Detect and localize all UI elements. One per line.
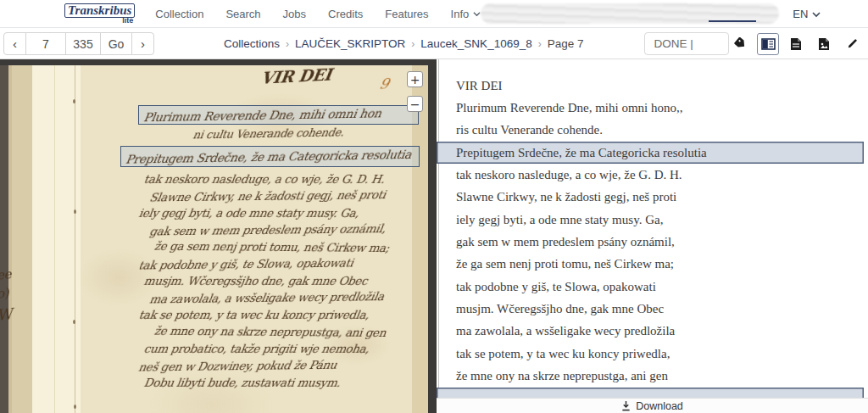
transcription-line-text: že mne ony na skrze neprepustga, ani gen [456, 369, 668, 383]
next-page-button[interactable]: › [131, 32, 154, 55]
breadcrumb-collections[interactable]: Collections [224, 37, 280, 50]
edit-pencil-icon[interactable] [841, 33, 863, 55]
text-doc-icon[interactable] [785, 33, 807, 55]
ink-dot [74, 405, 76, 409]
breadcrumb-separator: › [538, 38, 542, 50]
manuscript-highlight-line-1[interactable]: Plurimum Reverende Dne, mihi omni hon [138, 105, 419, 125]
transcription-line[interactable]: tak neskoro nasleduge, a co wje, že G. D… [437, 164, 868, 186]
page-fold-line [54, 65, 55, 413]
prev-page-button[interactable]: ‹ [3, 32, 26, 55]
transcription-line[interactable]: že ga sem nenj proti tomu, neš Cirkew ma… [437, 254, 868, 276]
image-file-icon[interactable] [813, 33, 835, 55]
manuscript-line: iely gegj byti, a ode mne staty musy. Ga… [137, 204, 390, 221]
transcription-line[interactable]: VIR DEI [437, 75, 868, 97]
breadcrumb-collection-name[interactable]: LAUČEK_SKRIPTOR [295, 37, 405, 50]
transcription-line[interactable] [437, 388, 864, 398]
go-button[interactable]: Go [100, 32, 132, 55]
nav-item-info[interactable]: Info [451, 8, 481, 20]
chevron-down-icon [812, 10, 820, 18]
page-navigation: ‹ 335 Go › [3, 32, 154, 55]
transcription-line-text: Prepitugem Srdečne, že ma Categoricka re… [456, 146, 707, 160]
transcription-line[interactable]: tak podobne y giš, te Slowa, opakowati [437, 276, 868, 298]
transcription-line-text: musjm. Wčeregsšjho dne, gak mne Obec [456, 302, 664, 316]
transcription-line-text: tak se potem, y ta wec ku koncy priwedla… [456, 347, 670, 361]
margin-ink-mark: W [0, 304, 13, 324]
download-label: Download [636, 400, 683, 412]
manuscript-line: tak se potem, y ta wec ku koncy priwedla… [137, 306, 390, 323]
transcription-line-text: ris cultu Venerande cohende. [456, 123, 603, 137]
transcription-line[interactable]: iely gegj byti, a ode mne staty musy. Ga… [437, 209, 868, 231]
transcription-line[interactable]: tak se potem, y ta wec ku koncy priwedla… [437, 343, 868, 365]
manuscript-line: musjm. Wčeregsšjho dne, gak mne Obec [142, 272, 390, 289]
language-label: EN [793, 8, 808, 20]
redacted-underline [709, 20, 756, 22]
transcription-line[interactable]: Slawne Cirkwy, ne k žadosti gegj, neš pr… [437, 187, 868, 209]
manuscript-line: Slawne Cirkwy, ne k žadosti gegj, neš pr… [148, 186, 391, 205]
transcription-line-text: iely gegj byti, a ode mne staty musy. Ga… [456, 213, 663, 227]
download-button[interactable]: Download [437, 398, 868, 413]
manuscript-line: Dobu libyti bude, zustawati musym. [142, 374, 390, 391]
zoom-in-button[interactable]: + [407, 71, 423, 87]
breadcrumb-document-name[interactable]: Laucek_SNK_1069_8 [420, 37, 531, 50]
transcription-line[interactable]: gak sem w mem predeslem psány oznámil, [437, 231, 868, 253]
transcription-line-text: gak sem w mem predeslem psány oznámil, [456, 235, 675, 249]
toolbar-icons [729, 33, 863, 55]
transcription-panel: VIR DEI Plurimum Reverende Dne, mihi omn… [437, 59, 868, 413]
nav-item-features[interactable]: Features [385, 8, 428, 20]
top-navbar: Transkribus lite Collection Search Jobs … [0, 0, 868, 28]
page-status-select[interactable]: DONE | [644, 32, 729, 55]
breadcrumb-current-page: Page 7 [548, 37, 584, 50]
language-selector[interactable]: EN [793, 8, 820, 20]
transcription-line[interactable]: ma zawolala, a wsšeligake wecy predložil… [437, 321, 868, 343]
manuscript-line: tak neskoro nasleduge, a co wje, že G. D… [142, 170, 390, 187]
transcription-line-text: že ga sem nenj proti tomu, neš Cirkew ma… [456, 257, 674, 271]
manuscript-highlight-line-2[interactable]: Prepitugem Srdečne, že ma Categoricka re… [120, 146, 420, 167]
info-label: Info [451, 8, 470, 20]
manuscript-line: cum probatico, takže prigiti wje nemoha, [142, 340, 390, 357]
transcription-line-text: Plurimum Reverende Dne, mihi omni hono,, [456, 101, 682, 115]
transcription-line[interactable]: ris cultu Venerande cohende. [437, 120, 868, 142]
transkribus-logo[interactable]: Transkribus lite [64, 3, 135, 25]
transcription-line-text: tak neskoro nasleduge, a co wje, že G. D… [456, 168, 682, 182]
transcription-line-text: Slawne Cirkwy, ne k žadosti gegj, neš pr… [456, 190, 676, 204]
tag-icon[interactable] [729, 33, 751, 55]
manuscript-heading: VIR DEI [259, 65, 332, 88]
ink-dot [74, 209, 76, 214]
document-toolbar: ‹ 335 Go › Collections › LAUČEK_SKRIPTOR… [0, 29, 868, 59]
logo-lite-text: lite [122, 16, 133, 25]
page-fold-line [75, 65, 75, 413]
transcription-line[interactable]: že mne ony na skrze neprepustga, ani gen [437, 365, 868, 387]
nav-item-collection[interactable]: Collection [155, 8, 203, 20]
nav-item-credits[interactable]: Credits [328, 8, 363, 20]
margin-ink-mark: o) [0, 285, 9, 301]
nav-item-jobs[interactable]: Jobs [283, 8, 306, 20]
manuscript-line: ni cultu Venerande cohende. [192, 126, 345, 141]
split-view-icon[interactable] [757, 33, 779, 55]
download-icon [621, 401, 631, 411]
page-number-input[interactable] [25, 32, 66, 55]
manuscript-body-lines: tak neskoro nasleduge, a co wje, že G. D… [144, 170, 389, 391]
transcription-line[interactable]: Prepitugem Srdečne, že ma Categoricka re… [437, 142, 864, 164]
transcription-line[interactable]: Plurimum Reverende Dne, mihi omni hono,, [437, 97, 868, 119]
ink-dot [73, 99, 75, 103]
manuscript-line: Prepitugem Srdečne, že ma Categoricka re… [120, 148, 412, 166]
manuscript-scan: VIR DEI 9 Plurimum Reverende Dne, mihi o… [0, 65, 428, 413]
total-pages-label: 335 [65, 32, 101, 55]
chevron-down-icon [473, 10, 481, 18]
ink-dot [73, 320, 75, 324]
nav-item-search[interactable]: Search [225, 8, 260, 20]
transcription-line[interactable]: musjm. Wčeregsšjho dne, gak mne Obec [437, 298, 868, 320]
transcription-line-text: ma zawolala, a wsšeligake wecy predložil… [456, 324, 675, 338]
zoom-out-button[interactable]: − [407, 96, 423, 112]
transcription-lines: VIR DEI Plurimum Reverende Dne, mihi omn… [437, 59, 868, 398]
breadcrumb-separator: › [411, 38, 415, 50]
zoom-controls: + − [407, 71, 423, 112]
breadcrumb: Collections › LAUČEK_SKRIPTOR › Laucek_S… [224, 37, 583, 50]
manuscript-page-number: 9 [378, 75, 392, 92]
margin-ink-mark: ee [0, 266, 12, 283]
transkribus-lite-app: Transkribus lite Collection Search Jobs … [0, 0, 868, 413]
manuscript-image-viewer[interactable]: VIR DEI 9 Plurimum Reverende Dne, mihi o… [0, 59, 437, 413]
manuscript-line: Plurimum Reverende Dne, mihi omni hon [138, 106, 382, 124]
manuscript-line: neš gen w Dozwiney, pokud že Pánu [137, 355, 391, 376]
breadcrumb-separator: › [286, 38, 289, 50]
